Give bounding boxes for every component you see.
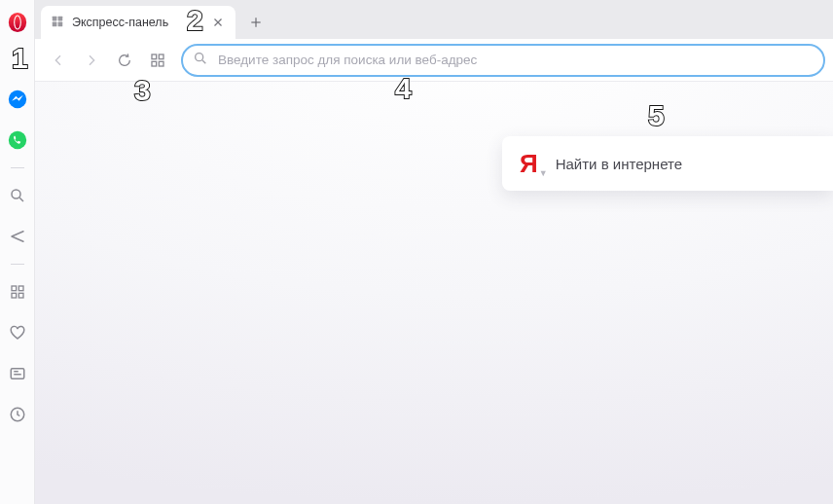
new-tab-button[interactable] bbox=[241, 8, 271, 37]
svg-point-2 bbox=[15, 17, 20, 29]
opera-logo-icon[interactable] bbox=[7, 12, 28, 33]
sidebar-separator bbox=[11, 264, 24, 265]
back-button[interactable] bbox=[43, 45, 74, 76]
search-icon bbox=[193, 51, 208, 70]
svg-rect-16 bbox=[58, 16, 63, 20]
yandex-glyph: Я bbox=[520, 149, 538, 178]
speed-dial-button[interactable] bbox=[142, 45, 173, 76]
svg-line-6 bbox=[19, 198, 23, 201]
speed-dial-tab-icon bbox=[51, 15, 64, 31]
messenger-icon[interactable] bbox=[8, 90, 27, 109]
flow-icon[interactable] bbox=[8, 227, 27, 246]
svg-rect-7 bbox=[12, 286, 17, 291]
history-icon[interactable] bbox=[8, 405, 27, 424]
svg-rect-17 bbox=[53, 21, 57, 26]
annotation-marker-1: 1 bbox=[12, 44, 28, 73]
search-panel-placeholder: Найти в интернете bbox=[556, 156, 682, 172]
forward-button[interactable] bbox=[76, 45, 107, 76]
annotation-marker-2: 2 bbox=[187, 6, 203, 35]
yandex-icon: Я ▼ bbox=[520, 151, 538, 176]
svg-rect-23 bbox=[152, 54, 157, 59]
svg-rect-26 bbox=[159, 61, 163, 66]
svg-rect-25 bbox=[152, 61, 157, 66]
provider-dropdown-icon[interactable]: ▼ bbox=[539, 169, 548, 178]
speed-dial-search-panel[interactable]: Я ▼ Найти в интернете bbox=[502, 136, 833, 191]
bookmarks-heart-icon[interactable] bbox=[8, 323, 27, 342]
annotation-marker-5: 5 bbox=[648, 101, 665, 130]
svg-point-5 bbox=[12, 190, 20, 198]
svg-rect-8 bbox=[18, 286, 23, 291]
addressbar[interactable] bbox=[181, 44, 825, 77]
tab-close-icon[interactable] bbox=[210, 15, 226, 30]
reload-button[interactable] bbox=[109, 45, 140, 76]
tab-title: Экспресс-панель bbox=[72, 16, 202, 29]
annotation-marker-3: 3 bbox=[134, 76, 151, 105]
svg-rect-10 bbox=[18, 293, 23, 298]
svg-point-4 bbox=[8, 131, 25, 149]
address-input[interactable] bbox=[218, 53, 814, 67]
svg-rect-15 bbox=[53, 16, 57, 20]
tabstrip: Экспресс-панель bbox=[35, 0, 833, 39]
speed-dial-icon[interactable] bbox=[8, 282, 27, 302]
svg-rect-9 bbox=[12, 293, 17, 298]
sidebar-separator bbox=[11, 167, 24, 168]
svg-line-28 bbox=[202, 60, 205, 63]
svg-point-27 bbox=[196, 53, 203, 60]
whatsapp-icon[interactable] bbox=[8, 130, 27, 150]
news-icon[interactable] bbox=[8, 364, 27, 383]
svg-rect-18 bbox=[58, 21, 63, 26]
search-in-tabs-icon[interactable] bbox=[8, 186, 27, 205]
content-area: Я ▼ Найти в интернете bbox=[35, 82, 833, 504]
annotation-marker-4: 4 bbox=[395, 74, 412, 103]
tab-speed-dial[interactable]: Экспресс-панель bbox=[41, 6, 235, 39]
toolbar bbox=[35, 39, 833, 82]
sidebar bbox=[0, 0, 35, 504]
svg-rect-24 bbox=[159, 54, 163, 59]
